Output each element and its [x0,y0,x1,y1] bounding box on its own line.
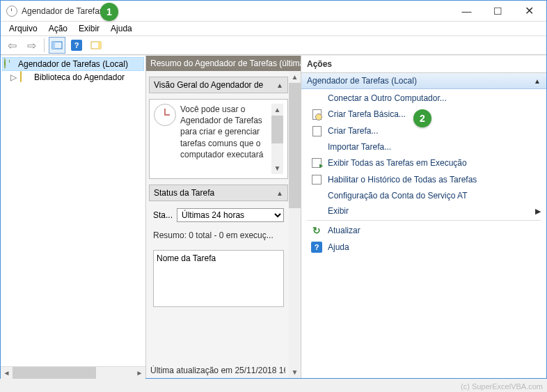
minimize-button[interactable]: — [451,1,482,21]
action-label: Atualizar [328,226,360,235]
titlebar: Agendador de Tarefas — ☐ ✕ [1,1,546,22]
running-tasks-icon [311,157,322,168]
task-name-header: Nome da Tarefa [157,253,216,263]
action-view-submenu[interactable]: Exibir ▶ [301,203,546,219]
action-enable-history[interactable]: Habilitar o Histórico de Todas as Tarefa… [301,171,546,188]
collapse-icon: ▲ [276,189,283,197]
clock-icon [4,58,15,70]
tree-root-label: Agendador de Tarefas (Local) [18,59,128,69]
last-update-text: Última atualização em 25/11/2018 16:26: [150,366,285,375]
action-label: Exibir Todas as Tarefas em Execução [328,158,467,168]
watermark: (c) SuperExcelVBA.com [461,382,543,391]
action-label: Importar Tarefa... [328,142,391,152]
svg-rect-1 [52,42,55,49]
summary-header: Resumo do Agendador de Tarefas (última a… [146,56,301,71]
status-title: Status da Tarefa [154,188,214,198]
pane-icon [51,40,63,51]
forward-button[interactable]: ⇨ [23,37,40,54]
status-label: Sta... [153,210,173,220]
window-title: Agendador de Tarefas [22,6,451,16]
actions-list: Conectar a Outro Computador... Criar Tar… [301,89,546,378]
toolbar-separator [44,38,45,52]
action-refresh[interactable]: ↻ Atualizar [301,222,546,239]
overview-box: Você pode usar o Agendador de Tarefas pa… [149,99,288,179]
svg-rect-3 [98,42,101,49]
folder-icon [20,72,31,83]
close-button[interactable]: ✕ [514,1,545,21]
actions-header: Ações [301,56,546,73]
actions-pane: Ações Agendador de Tarefas (Local) ▲ Con… [301,56,546,378]
annotation-1: 1 [100,3,118,21]
status-summary: Resumo: 0 total - 0 em execuç... [149,229,288,242]
menu-ajuda[interactable]: Ajuda [105,22,138,35]
tree-child-label: Biblioteca do Agendador [34,72,125,82]
scroll-track[interactable] [289,83,301,366]
task-scheduler-window: Agendador de Tarefas — ☐ ✕ Arquivo Ação … [0,0,547,379]
divider [307,220,541,221]
status-period-select[interactable]: Últimas 24 horas [177,208,284,222]
action-label: Conectar a Outro Computador... [328,93,447,103]
overview-scrollbar[interactable]: ▲ ▼ [271,104,283,174]
create-basic-task-icon [311,109,322,120]
menubar: Arquivo Ação Exibir Ajuda [1,22,546,36]
maximize-button[interactable]: ☐ [482,1,514,21]
action-label: Habilitar o Histórico de Todas as Tarefa… [328,175,477,185]
annotation-2: 2 [413,109,431,127]
collapse-icon: ▲ [276,81,283,89]
scroll-thumb[interactable] [289,83,301,208]
action-help[interactable]: ? Ajuda [301,239,546,256]
help-button[interactable]: ? [68,37,85,54]
summary-scrollbar[interactable]: ▲ ▼ [289,71,301,378]
history-icon [311,174,322,185]
expand-icon[interactable]: ▷ [9,72,17,82]
action-label: Ajuda [328,242,349,252]
create-task-icon [311,125,322,136]
scroll-track[interactable] [13,367,134,379]
action-import-task[interactable]: Importar Tarefa... [301,139,546,155]
scroll-right-button[interactable]: ► [134,367,145,379]
menu-arquivo[interactable]: Arquivo [3,22,43,35]
scroll-thumb[interactable] [271,116,283,143]
action-show-running-tasks[interactable]: Exibir Todas as Tarefas em Execução [301,155,546,171]
action-at-service-config[interactable]: Configuração da Conta do Serviço AT [301,188,546,203]
overview-title: Visão Geral do Agendador de [154,80,263,90]
arrow-right-icon: ⇨ [27,39,36,52]
tree-horizontal-scrollbar[interactable]: ◄ ► [1,366,145,378]
show-hide-action-button[interactable] [88,37,104,54]
scroll-down-button[interactable]: ▼ [289,366,301,378]
status-row: Sta... Últimas 24 horas [149,207,288,224]
scroll-left-button[interactable]: ◄ [1,367,13,379]
task-name-list[interactable]: Nome da Tarefa [153,250,284,307]
overview-header[interactable]: Visão Geral do Agendador de ▲ [149,77,288,93]
tree-pane: Agendador de Tarefas (Local) ▷ Bibliotec… [1,56,146,378]
back-button[interactable]: ⇦ [3,37,20,54]
tree-root-item[interactable]: Agendador de Tarefas (Local) [2,57,144,71]
scroll-down-button[interactable]: ▼ [271,162,283,174]
show-hide-tree-button[interactable] [49,37,65,54]
status-header[interactable]: Status da Tarefa ▲ [149,185,288,201]
collapse-icon: ▲ [534,77,541,85]
scheduler-clock-icon [154,104,176,126]
menu-exibir[interactable]: Exibir [73,22,105,35]
arrow-left-icon: ⇦ [8,39,17,52]
scroll-up-button[interactable]: ▲ [289,71,301,83]
actions-subheader-label: Agendador de Tarefas (Local) [307,76,417,86]
action-connect-computer[interactable]: Conectar a Outro Computador... [301,91,546,106]
window-controls: — ☐ ✕ [451,1,545,21]
submenu-arrow-icon: ▶ [535,207,541,216]
summary-body: Visão Geral do Agendador de ▲ Você pode … [146,71,301,378]
scroll-thumb[interactable] [13,367,96,379]
menu-acao[interactable]: Ação [43,22,73,35]
actions-subheader[interactable]: Agendador de Tarefas (Local) ▲ [301,73,546,89]
action-label: Criar Tarefa... [328,126,378,136]
pane-right-icon [90,40,102,51]
summary-pane: Resumo do Agendador de Tarefas (última a… [146,56,301,378]
scroll-up-button[interactable]: ▲ [271,104,283,116]
help-icon: ? [71,40,82,51]
tree-child-item[interactable]: ▷ Biblioteca do Agendador [2,71,144,84]
toolbar: ⇦ ⇨ ? [1,36,546,55]
content-area: Agendador de Tarefas (Local) ▷ Bibliotec… [1,55,546,378]
tree-body: Agendador de Tarefas (Local) ▷ Bibliotec… [1,56,145,366]
action-label: Configuração da Conta do Serviço AT [328,191,468,201]
help-icon: ? [311,242,322,253]
